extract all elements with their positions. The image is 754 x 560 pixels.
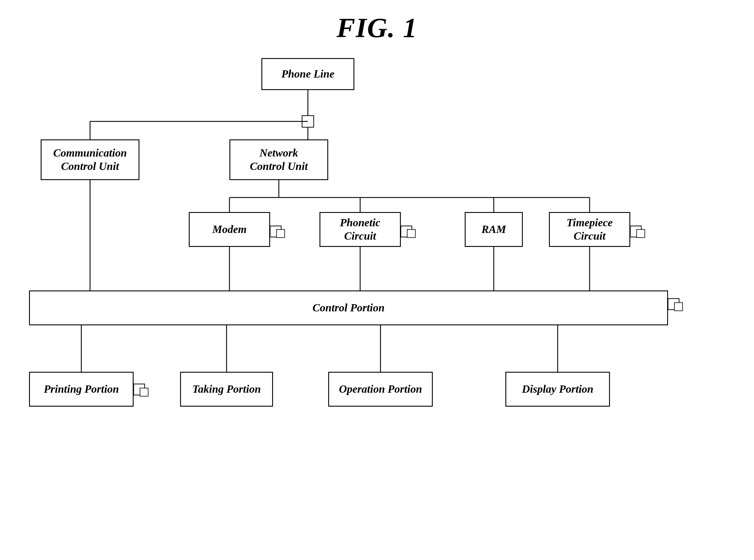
modem-box: Modem [189, 212, 270, 247]
communication-control-box: CommunicationControl Unit [41, 139, 139, 180]
svg-rect-30 [134, 384, 145, 395]
connection-lines [0, 0, 754, 560]
display-portion-box: Display Portion [505, 372, 610, 407]
display-portion-label: Display Portion [522, 382, 593, 396]
svg-rect-17 [630, 226, 641, 237]
ram-box: RAM [465, 212, 523, 247]
control-portion-box: Control Portion [29, 291, 668, 325]
svg-rect-15 [401, 226, 412, 237]
taking-portion-label: Taking Portion [192, 382, 261, 396]
control-portion-label: Control Portion [312, 301, 385, 315]
svg-rect-14 [277, 229, 285, 238]
svg-rect-31 [140, 388, 148, 396]
operation-portion-label: Operation Portion [339, 382, 422, 396]
network-control-box: NetworkControl Unit [229, 139, 328, 180]
taking-portion-box: Taking Portion [180, 372, 273, 407]
svg-rect-16 [407, 229, 415, 238]
printing-portion-box: Printing Portion [29, 372, 134, 407]
svg-rect-25 [674, 303, 682, 311]
phone-line-label: Phone Line [282, 67, 334, 81]
svg-rect-24 [668, 299, 679, 309]
printing-portion-label: Printing Portion [44, 382, 119, 396]
communication-control-label: CommunicationControl Unit [53, 146, 127, 173]
svg-rect-13 [270, 226, 281, 237]
diagram-container: FIG. 1 Phone Line CommunicationControl U… [0, 0, 754, 560]
figure-title: FIG. 1 [337, 12, 417, 44]
network-control-label: NetworkControl Unit [250, 146, 308, 173]
operation-portion-box: Operation Portion [328, 372, 433, 407]
ram-label: RAM [482, 223, 506, 236]
phone-line-box: Phone Line [261, 58, 354, 90]
phonetic-circuit-box: PhoneticCircuit [320, 212, 401, 247]
timepiece-circuit-box: TimepieceCircuit [549, 212, 630, 247]
modem-label: Modem [212, 223, 247, 236]
svg-rect-18 [637, 229, 645, 238]
phonetic-circuit-label: PhoneticCircuit [340, 216, 380, 242]
svg-rect-1 [302, 116, 314, 127]
timepiece-circuit-label: TimepieceCircuit [567, 216, 613, 242]
